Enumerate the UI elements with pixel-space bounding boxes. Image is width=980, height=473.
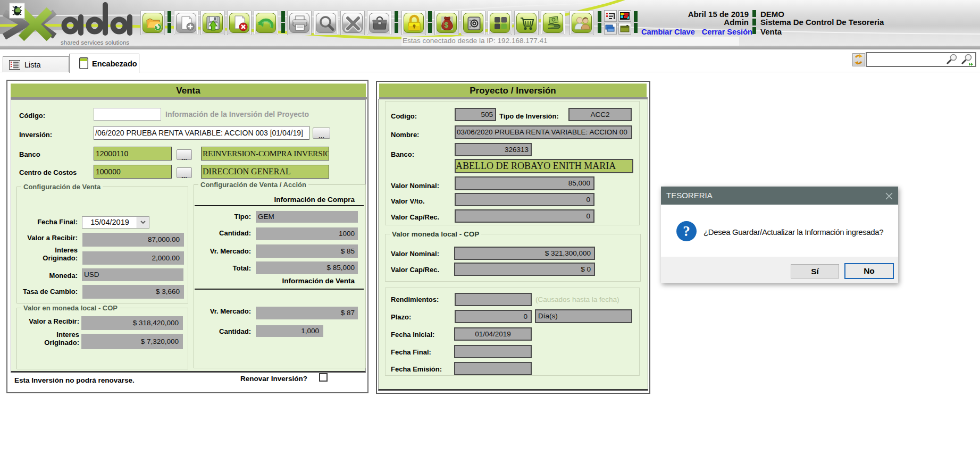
svg-text:shared services solutions: shared services solutions	[61, 39, 129, 46]
svg-text:$: $	[445, 21, 449, 29]
